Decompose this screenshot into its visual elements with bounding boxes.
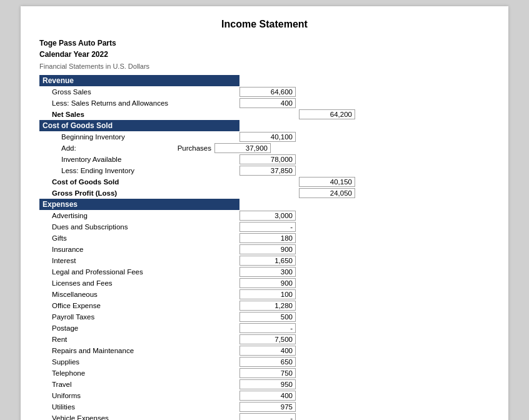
expense-item-row: Supplies650 xyxy=(39,356,490,368)
expense-item-col1: 300 xyxy=(239,267,296,277)
expense-item-col1: - xyxy=(239,323,296,333)
expense-item-col1: 1,650 xyxy=(239,256,296,266)
inv-available-row: Inventory Available 78,000 xyxy=(39,154,490,165)
expense-item-row: Utilities975 xyxy=(39,401,490,412)
expense-item-label: Vehicle Expenses xyxy=(39,414,239,420)
cogs-section-header: Cost of Goods Sold xyxy=(39,120,239,131)
expense-item-row: Rent7,500 xyxy=(39,334,490,345)
expense-item-row: Insurance900 xyxy=(39,244,490,255)
purchases-value: 37,900 xyxy=(214,143,271,153)
expense-item-label: Postage xyxy=(39,324,239,332)
expense-item-row: Telephone750 xyxy=(39,368,490,379)
expense-item-col1: 900 xyxy=(239,244,296,254)
expense-item-label: Utilities xyxy=(39,403,239,411)
expense-item-col1: 400 xyxy=(239,346,296,356)
ending-inv-label: Less: Ending Inventory xyxy=(39,167,239,174)
gross-sales-value: 64,600 xyxy=(239,87,296,97)
cogs-value: 40,150 xyxy=(299,177,355,187)
expense-item-row: Uniforms400 xyxy=(39,390,490,401)
expense-item-col1: - xyxy=(239,413,296,420)
gross-profit-row: Gross Profit (Loss) 24,050 xyxy=(39,188,490,199)
expense-item-row: Miscellaneous100 xyxy=(39,289,490,300)
expense-item-label: Gifts xyxy=(39,234,239,242)
expense-item-col1: 180 xyxy=(239,233,296,243)
expense-item-row: Licenses and Fees900 xyxy=(39,278,490,289)
expense-item-label: Interest xyxy=(39,257,239,264)
cogs-label: Cost of Goods Sold xyxy=(39,178,239,186)
expense-item-label: Office Expense xyxy=(39,302,239,309)
expense-item-row: Payroll Taxes500 xyxy=(39,311,490,322)
expense-item-label: Uniforms xyxy=(39,392,239,399)
cogs-total-row: Cost of Goods Sold 40,150 xyxy=(39,176,490,188)
expense-item-col1: 3,000 xyxy=(239,211,296,221)
expense-item-row: Gifts180 xyxy=(39,232,490,244)
expense-item-label: Rent xyxy=(39,336,239,343)
add-label: Add: xyxy=(39,144,74,152)
purchases-row: Add: Purchases 37,900 xyxy=(39,142,490,154)
expense-item-label: Licenses and Fees xyxy=(39,279,239,287)
returns-label: Less: Sales Returns and Allowances xyxy=(39,99,239,107)
expense-item-col1: 1,280 xyxy=(239,301,296,311)
expense-item-col1: 900 xyxy=(239,278,296,288)
expense-item-label: Legal and Professional Fees xyxy=(39,268,239,276)
ending-inv-value: 37,850 xyxy=(239,166,296,176)
expense-item-col1: - xyxy=(239,222,296,232)
inv-available-value: 78,000 xyxy=(239,154,296,164)
expense-items-container: Advertising3,000Dues and Subscriptions-G… xyxy=(39,210,490,420)
expense-item-col1: 100 xyxy=(239,289,296,299)
company-period: Calendar Year 2022 xyxy=(39,49,490,60)
gross-sales-label: Gross Sales xyxy=(39,88,239,96)
expense-item-col1: 400 xyxy=(239,391,296,401)
expense-item-row: Postage- xyxy=(39,322,490,334)
expense-item-row: Advertising3,000 xyxy=(39,210,490,221)
expense-item-label: Telephone xyxy=(39,369,239,377)
net-sales-value: 64,200 xyxy=(299,109,355,119)
expense-item-col1: 950 xyxy=(239,379,296,389)
gross-profit-label: Gross Profit (Loss) xyxy=(39,189,239,197)
expense-item-row: Repairs and Maintenance400 xyxy=(39,345,490,356)
gross-profit-value: 24,050 xyxy=(299,188,355,198)
page-title: Income Statement xyxy=(39,19,490,30)
expense-item-col1: 975 xyxy=(239,402,296,412)
beginning-inv-value: 40,100 xyxy=(239,132,296,142)
expense-item-label: Payroll Taxes xyxy=(39,313,239,321)
expense-item-col1: 650 xyxy=(239,357,296,367)
inv-available-label: Inventory Available xyxy=(39,156,239,163)
expense-item-label: Supplies xyxy=(39,358,239,366)
beginning-inv-label: Beginning Inventory xyxy=(39,133,239,141)
expense-item-label: Miscellaneous xyxy=(39,291,239,298)
company-name: Toge Pass Auto Parts xyxy=(39,38,490,49)
expense-item-label: Insurance xyxy=(39,246,239,253)
expenses-section-header: Expenses xyxy=(39,199,239,210)
expense-item-col1: 500 xyxy=(239,312,296,322)
expense-item-label: Advertising xyxy=(39,212,239,219)
expense-item-row: Travel950 xyxy=(39,379,490,390)
revenue-section-header: Revenue xyxy=(39,75,239,86)
expense-item-label: Repairs and Maintenance xyxy=(39,347,239,354)
expense-item-row: Interest1,650 xyxy=(39,255,490,266)
expense-item-row: Office Expense1,280 xyxy=(39,300,490,311)
expense-item-label: Dues and Subscriptions xyxy=(39,223,239,231)
net-sales-row: Net Sales 64,200 xyxy=(39,109,490,120)
expense-item-label: Travel xyxy=(39,381,239,388)
currency-note: Financial Statements in U.S. Dollars xyxy=(39,62,490,70)
beginning-inv-row: Beginning Inventory 40,100 xyxy=(39,131,490,142)
expense-item-row: Dues and Subscriptions- xyxy=(39,221,490,232)
gross-sales-row: Gross Sales 64,600 xyxy=(39,86,490,98)
returns-row: Less: Sales Returns and Allowances 400 xyxy=(39,98,490,109)
expense-item-row: Vehicle Expenses- xyxy=(39,412,490,420)
expense-item-row: Legal and Professional Fees300 xyxy=(39,266,490,278)
returns-value: 400 xyxy=(239,98,296,108)
expense-item-col1: 7,500 xyxy=(239,334,296,344)
net-sales-label: Net Sales xyxy=(39,111,239,118)
ending-inv-row: Less: Ending Inventory 37,850 xyxy=(39,165,490,176)
expense-item-col1: 750 xyxy=(239,368,296,378)
income-statement-page: Income Statement Toge Pass Auto Parts Ca… xyxy=(21,6,508,420)
purchases-label: Purchases xyxy=(74,144,214,152)
